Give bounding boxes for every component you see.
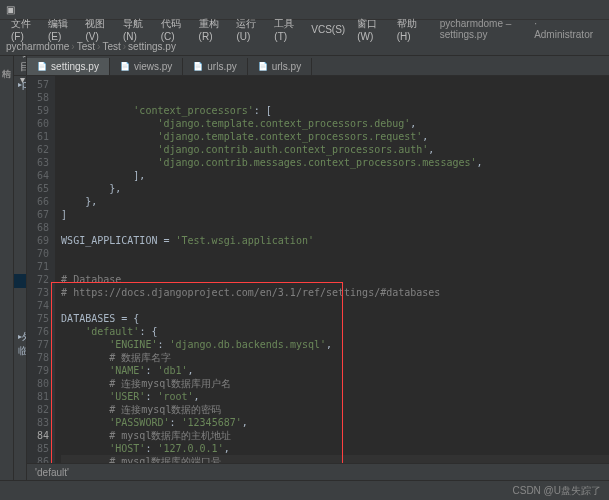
crumb-part[interactable]: Test (102, 41, 120, 52)
line-number: 74 (27, 299, 49, 312)
editor-tab[interactable]: 📄urls.py (248, 58, 312, 75)
code-line[interactable]: # 连接mysql数据的密码 (61, 403, 609, 416)
line-number: 72 (27, 273, 49, 286)
code-line[interactable]: 'django.contrib.messages.context_process… (61, 156, 609, 169)
line-number: 70 (27, 247, 49, 260)
line-number: 58 (27, 91, 49, 104)
code-line[interactable]: 'HOST': '127.0.0.1', (61, 442, 609, 455)
tree-node[interactable]: 临时文件和控制台 (14, 344, 26, 358)
editor-tabs[interactable]: 📄settings.py📄views.py📄urls.py📄urls.py (27, 56, 609, 76)
tree-node[interactable]: admin.py (14, 148, 27, 162)
menu-item[interactable]: 帮助(H) (392, 17, 428, 42)
left-tool-strip[interactable]: 结构 (0, 56, 14, 480)
editor-source[interactable]: 'context_processors': [ 'django.template… (55, 76, 609, 463)
project-tool-window[interactable]: 项目 ▾ ⚙ ▸pycharmdome D:\pycharmdome▾Test▾… (14, 56, 27, 480)
code-line[interactable]: # 数据库名字 (61, 351, 609, 364)
tree-node[interactable]: __init__.py (14, 134, 27, 148)
code-line[interactable]: # mysql数据库的端口号 (61, 455, 609, 463)
code-line[interactable]: WSGI_APPLICATION = 'Test.wsgi.applicatio… (61, 234, 609, 247)
tree-node[interactable]: views.py (14, 218, 27, 232)
line-number: 67 (27, 208, 49, 221)
editor-tab[interactable]: 📄views.py (110, 58, 183, 75)
tree-node[interactable]: wsgi.py (14, 302, 27, 316)
tree-node[interactable]: ▾Test (14, 232, 27, 246)
code-line[interactable]: 'django.contrib.auth.context_processors.… (61, 143, 609, 156)
tree-node[interactable]: ▸migrations (14, 120, 27, 134)
code-line[interactable]: # Database (61, 273, 609, 286)
code-line[interactable]: 'ENGINE': 'django.db.backends.mysql', (61, 338, 609, 351)
code-line[interactable]: # mysql数据库的主机地址 (61, 429, 609, 442)
menu-item[interactable]: 重构(R) (194, 17, 230, 42)
tree-node[interactable]: models.py (14, 176, 27, 190)
crumb-default[interactable]: 'default' (35, 467, 69, 478)
crumb-part[interactable]: pycharmdome (6, 41, 69, 52)
tree-node[interactable]: apps.py (14, 162, 27, 176)
tree-node[interactable]: ▸pycharmdome D:\pycharmdome (14, 78, 26, 92)
line-number: 85 (27, 442, 49, 455)
tree-node[interactable]: tests.py (14, 190, 27, 204)
tree-node[interactable]: ▾app1 (14, 106, 27, 120)
code-line[interactable] (61, 247, 609, 260)
status-bar: CSDN @U盘失踪了 (0, 480, 609, 500)
code-line[interactable]: 'default': { (61, 325, 609, 338)
menu-item[interactable]: 窗口(W) (352, 17, 390, 42)
tree-node[interactable]: urls.py (14, 204, 27, 218)
code-line[interactable]: }, (61, 182, 609, 195)
editor-breadcrumb[interactable]: 'default' (27, 463, 609, 480)
tree-node[interactable]: urls.py (14, 288, 27, 302)
window-title: pycharmdome – settings.py (435, 18, 522, 40)
menu-item[interactable]: 文件(F) (6, 17, 41, 42)
line-number: 80 (27, 377, 49, 390)
line-number: 84 (27, 429, 49, 442)
menu-item[interactable]: VCS(S) (306, 24, 350, 35)
tree-node[interactable]: asgi.py (14, 260, 27, 274)
tree-node[interactable]: ▾Test (14, 92, 27, 106)
line-number: 66 (27, 195, 49, 208)
line-number: 69 (27, 234, 49, 247)
code-line[interactable]: # https://docs.djangoproject.com/en/3.1/… (61, 286, 609, 299)
menu-item[interactable]: 工具(T) (269, 17, 304, 42)
file-icon: 📄 (37, 62, 47, 71)
breadcrumb[interactable]: pycharmdome›Test›Test›settings.py (0, 38, 609, 56)
line-number: 79 (27, 364, 49, 377)
menu-item[interactable]: 运行(U) (231, 17, 267, 42)
gutter: 5758596061626364656667686970717273747576… (27, 76, 55, 463)
crumb-part[interactable]: settings.py (128, 41, 176, 52)
code-line[interactable]: ], (61, 169, 609, 182)
tree-node[interactable]: ▸外部库 (14, 330, 26, 344)
menu-item[interactable]: 导航(N) (118, 17, 154, 42)
line-number: 75 (27, 312, 49, 325)
code-line[interactable] (61, 299, 609, 312)
line-number: 83 (27, 416, 49, 429)
line-number: 57 (27, 78, 49, 91)
code-line[interactable]: 'django.template.context_processors.debu… (61, 117, 609, 130)
tree-label: 临时文件和控制台 (18, 344, 27, 358)
code-line[interactable]: 'PASSWORD': '12345687', (61, 416, 609, 429)
crumb-part[interactable]: Test (77, 41, 95, 52)
structure-tool[interactable]: 结构 (0, 56, 13, 62)
tree-node[interactable]: settings.py (14, 274, 27, 288)
code-line[interactable]: # 连接mysql数据库用户名 (61, 377, 609, 390)
code-line[interactable]: 'USER': 'root', (61, 390, 609, 403)
tab-label: settings.py (51, 61, 99, 72)
editor-tab[interactable]: 📄settings.py (27, 58, 110, 75)
menu-bar[interactable]: 文件(F)编辑(E)视图(V)导航(N)代码(C)重构(R)运行(U)工具(T)… (0, 20, 609, 38)
code-line[interactable]: 'NAME': 'db1', (61, 364, 609, 377)
line-number: 78 (27, 351, 49, 364)
project-tree[interactable]: ▸pycharmdome D:\pycharmdome▾Test▾app1▸mi… (14, 76, 26, 360)
menu-item[interactable]: 代码(C) (156, 17, 192, 42)
tree-node[interactable]: manage.py (14, 316, 27, 330)
line-number: 77 (27, 338, 49, 351)
code-line[interactable]: DATABASES = { (61, 312, 609, 325)
menu-item[interactable]: 视图(V) (80, 17, 115, 42)
code-line[interactable]: 'context_processors': [ (61, 104, 609, 117)
line-number: 76 (27, 325, 49, 338)
menu-item[interactable]: 编辑(E) (43, 17, 78, 42)
editor-tab[interactable]: 📄urls.py (183, 58, 247, 75)
code-line[interactable]: }, (61, 195, 609, 208)
code-line[interactable] (61, 260, 609, 273)
code-line[interactable]: ] (61, 208, 609, 221)
tree-node[interactable]: __init__.py (14, 246, 27, 260)
code-line[interactable] (61, 221, 609, 234)
code-line[interactable]: 'django.template.context_processors.requ… (61, 130, 609, 143)
